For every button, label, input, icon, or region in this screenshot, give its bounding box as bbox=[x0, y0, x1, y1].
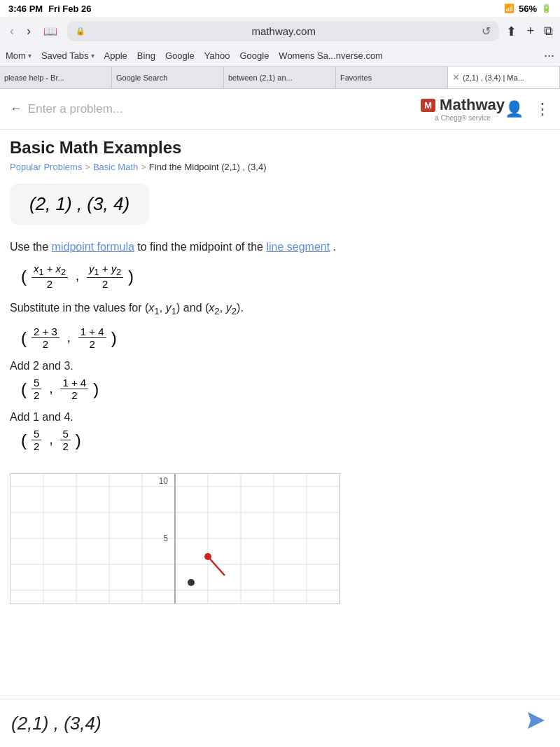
breadcrumb-sep2: > bbox=[141, 162, 146, 172]
fraction-5-over-2-final-y: 5 2 bbox=[60, 428, 70, 452]
add-23-text: Add 2 and 3. bbox=[10, 360, 74, 372]
midpoint-formula-display: ( x1 + x2 2 , y1 + y2 2 ) bbox=[21, 263, 550, 290]
address-bar[interactable]: 🔒 mathway.com ↺ bbox=[67, 21, 499, 41]
user-icon-button[interactable]: 👤 bbox=[505, 100, 524, 118]
bookmark-bing[interactable]: Bing bbox=[137, 50, 155, 61]
reload-button[interactable]: ↺ bbox=[482, 25, 491, 38]
breadcrumb-popular[interactable]: Popular Problems bbox=[10, 162, 82, 172]
status-left: 3:46 PM Fri Feb 26 bbox=[8, 4, 92, 14]
chevron-icon: ▾ bbox=[28, 52, 31, 60]
breadcrumb: Popular Problems > Basic Math > Find the… bbox=[10, 162, 550, 172]
bookmark-saved-tabs-label: Saved Tabs bbox=[41, 50, 89, 61]
fraction-5-over-2-final-x: 5 2 bbox=[31, 428, 41, 452]
bookmarks-more-button[interactable]: ··· bbox=[544, 48, 554, 63]
add-14-label: Add 1 and 4. bbox=[10, 411, 550, 424]
bookmark-google2[interactable]: Google bbox=[239, 50, 269, 61]
problem-display-box: (2, 1) , (3, 4) bbox=[10, 183, 149, 225]
bookmark-apple[interactable]: Apple bbox=[104, 50, 127, 61]
open-paren-2: ( bbox=[21, 328, 27, 347]
formula-comma: , bbox=[76, 269, 79, 283]
reader-button[interactable]: 📖 bbox=[41, 23, 60, 39]
bookmark-mom[interactable]: Mom ▾ bbox=[6, 50, 31, 61]
close-paren-3: ) bbox=[93, 379, 99, 398]
svg-point-19 bbox=[204, 553, 211, 560]
close-paren-4: ) bbox=[76, 431, 81, 449]
bookmark-yahoo[interactable]: Yahoo bbox=[204, 50, 230, 61]
back-button[interactable]: ‹ bbox=[7, 22, 17, 40]
mathway-logo-box: M bbox=[421, 99, 435, 112]
tabs-button[interactable]: ⧉ bbox=[544, 24, 553, 39]
graph-container: 10 5 bbox=[10, 473, 340, 604]
svg-text:10: 10 bbox=[159, 476, 169, 486]
bookmark-google1[interactable]: Google bbox=[165, 50, 195, 61]
status-time: 3:46 PM bbox=[8, 4, 43, 14]
midpoint-formula-link[interactable]: midpoint formula bbox=[52, 241, 134, 253]
more-options-button[interactable]: ⋮ bbox=[535, 100, 550, 118]
bookmark-apple-label: Apple bbox=[104, 50, 127, 61]
bookmark-mom-label: Mom bbox=[6, 50, 26, 61]
wifi-icon: 📶 bbox=[504, 4, 514, 13]
breadcrumb-sep1: > bbox=[85, 162, 90, 172]
substitute-step-text: Substitute in the values for (x1, y1) an… bbox=[10, 300, 550, 319]
add-14-display: ( 5 2 , 5 2 ) bbox=[21, 428, 550, 452]
add-14-text: Add 1 and 4. bbox=[10, 411, 74, 423]
svg-text:5: 5 bbox=[163, 533, 168, 543]
enter-problem-input[interactable]: Enter a problem... bbox=[28, 102, 421, 116]
svg-line-18 bbox=[208, 557, 225, 575]
substitute-display: ( 2 + 3 2 , 1 + 4 2 ) bbox=[21, 326, 550, 350]
tab-please-help[interactable]: please help - Br... bbox=[0, 67, 112, 88]
mathway-logo: M Mathway a Chegg® service bbox=[421, 96, 505, 122]
bookmark-saved-tabs[interactable]: Saved Tabs ▾ bbox=[41, 50, 94, 61]
status-bar: 3:46 PM Fri Feb 26 📶 56% 🔋 bbox=[0, 0, 560, 17]
add-23-display: ( 5 2 , 1 + 4 2 ) bbox=[21, 377, 550, 401]
bookmark-womens[interactable]: Womens Sa...nverse.com bbox=[279, 50, 383, 61]
tab-close-icon[interactable]: ✕ bbox=[452, 72, 460, 83]
main-math-content: Basic Math Examples Popular Problems > B… bbox=[0, 130, 560, 621]
status-day: Fri Feb 26 bbox=[48, 4, 91, 14]
close-paren-2: ) bbox=[111, 328, 117, 347]
mathway-logo-text: Mathway bbox=[440, 96, 505, 114]
browser-action-buttons: ⬆ + ⧉ bbox=[506, 24, 553, 39]
mathway-toolbar: ← Enter a problem... M Mathway a Chegg® … bbox=[0, 89, 560, 130]
address-text: mathway.com bbox=[90, 25, 477, 37]
problem-display-text: (2, 1) , (3, 4) bbox=[29, 193, 130, 214]
breadcrumb-basic-math[interactable]: Basic Math bbox=[93, 162, 138, 172]
bookmark-google1-label: Google bbox=[165, 50, 195, 61]
bookmark-bing-label: Bing bbox=[137, 50, 155, 61]
line-segment-link[interactable]: line segment bbox=[266, 241, 330, 253]
intro-text-use: Use the bbox=[10, 241, 52, 253]
final-comma: , bbox=[49, 433, 52, 447]
svg-point-20 bbox=[188, 579, 195, 586]
intro-text-period: . bbox=[333, 241, 336, 253]
tab-between[interactable]: between (2,1) an... bbox=[224, 67, 336, 88]
mathway-sub-text: a Chegg® service bbox=[435, 114, 491, 122]
substitute-label: Substitute in the values for (x1, y1) an… bbox=[10, 302, 244, 314]
open-paren-4: ( bbox=[21, 431, 27, 449]
tabs-bar: please help - Br... Google Search betwee… bbox=[0, 67, 560, 89]
coordinate-graph: 10 5 bbox=[10, 474, 340, 603]
toolbar-icon-buttons: 👤 ⋮ bbox=[505, 100, 550, 118]
fraction-5-over-2: 5 2 bbox=[31, 377, 41, 401]
tab-google-search[interactable]: Google Search bbox=[112, 67, 224, 88]
forward-button[interactable]: › bbox=[24, 22, 34, 40]
lock-icon: 🔒 bbox=[76, 27, 85, 36]
sub-comma: , bbox=[67, 330, 71, 344]
fraction-1plus4-over-2: 1 + 4 2 bbox=[60, 377, 88, 401]
new-tab-button[interactable]: + bbox=[526, 24, 534, 39]
open-paren-3: ( bbox=[21, 379, 27, 398]
tab-favorites[interactable]: Favorites bbox=[336, 67, 448, 88]
chevron-down-icon: ▾ bbox=[91, 52, 94, 60]
bookmark-yahoo-label: Yahoo bbox=[204, 50, 230, 61]
fraction-y-vals: 1 + 4 2 bbox=[78, 326, 106, 350]
enter-problem-area[interactable]: ← Enter a problem... bbox=[10, 102, 421, 116]
intro-text-middle: to find the midpoint of the bbox=[137, 241, 266, 253]
step-intro-text: Use the midpoint formula to find the mid… bbox=[10, 239, 550, 256]
battery-text: 56% bbox=[519, 4, 537, 14]
close-paren-1: ) bbox=[128, 267, 134, 286]
fraction-x: x1 + x2 2 bbox=[31, 263, 68, 290]
mathway-logo-image: M Mathway bbox=[421, 96, 505, 114]
add-23-label: Add 2 and 3. bbox=[10, 360, 550, 372]
tab-mathway-active[interactable]: ✕ (2,1) , (3,4) | Ma... bbox=[448, 67, 560, 88]
fraction-y: y1 + y2 2 bbox=[87, 263, 123, 290]
share-button[interactable]: ⬆ bbox=[506, 24, 517, 39]
